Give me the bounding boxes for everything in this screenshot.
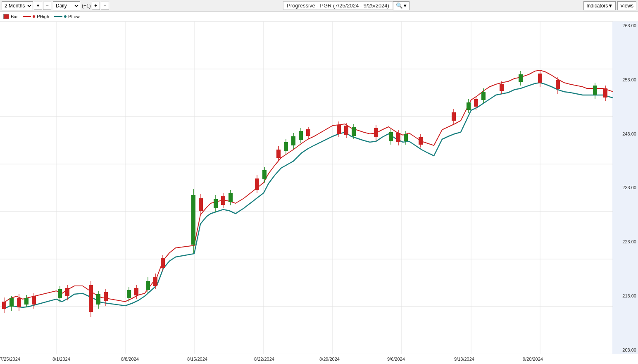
toolbar-center: Progressive - PGR (7/25/2024 - 9/25/2024… — [111, 1, 582, 10]
svg-rect-103 — [593, 86, 597, 95]
svg-rect-65 — [291, 136, 295, 145]
svg-rect-71 — [337, 125, 341, 134]
phigh-dot-icon — [33, 15, 35, 18]
indicators-btn[interactable]: Indicators▼ — [583, 1, 616, 10]
svg-rect-93 — [481, 92, 486, 100]
svg-rect-19 — [10, 298, 14, 307]
svg-rect-101 — [556, 80, 560, 89]
legend-plow: PLow — [54, 14, 80, 19]
bar-icon — [3, 14, 9, 19]
svg-rect-81 — [396, 133, 400, 142]
interval-group: Daily Weekly — [53, 1, 80, 10]
x-label-0913: 9/13/2024 — [454, 357, 474, 362]
svg-rect-63 — [284, 142, 288, 151]
views-btn[interactable]: Views — [617, 1, 636, 10]
svg-rect-105 — [603, 88, 607, 98]
svg-rect-33 — [96, 294, 100, 305]
svg-rect-47 — [191, 195, 195, 245]
svg-rect-55 — [229, 193, 233, 202]
svg-rect-37 — [127, 290, 131, 298]
svg-rect-41 — [146, 281, 150, 290]
candle-group — [2, 70, 607, 317]
plow-dot-icon — [64, 15, 67, 18]
interval-select[interactable]: Daily Weekly — [53, 1, 80, 10]
y-label-223: 223.00 — [613, 239, 638, 244]
plow-line-icon — [54, 16, 62, 17]
x-label-0801: 8/1/2024 — [52, 357, 70, 362]
svg-rect-73 — [344, 126, 348, 135]
x-label-0808: 8/8/2024 — [121, 357, 139, 362]
svg-rect-99 — [538, 74, 542, 83]
svg-rect-27 — [58, 289, 62, 298]
months-select[interactable]: 2 Months 1 Month 3 Months — [2, 1, 33, 10]
svg-rect-61 — [276, 150, 281, 158]
svg-rect-35 — [104, 292, 108, 301]
svg-rect-45 — [161, 258, 165, 268]
svg-rect-53 — [221, 196, 225, 205]
months-plus-btn[interactable]: + — [34, 2, 42, 10]
svg-rect-43 — [153, 277, 157, 286]
offset-minus-btn[interactable]: − — [101, 2, 109, 10]
offset-group: (+1) + − — [82, 2, 109, 10]
svg-rect-89 — [467, 102, 471, 110]
svg-rect-23 — [24, 298, 29, 305]
legend: Bar PHigh PLow — [0, 12, 638, 21]
svg-rect-91 — [474, 99, 478, 107]
offset-label: (+1) — [82, 3, 91, 9]
svg-rect-77 — [374, 128, 378, 137]
search-btn[interactable]: 🔍 ▾ — [393, 1, 409, 10]
search-icon: 🔍 — [396, 2, 403, 9]
y-label-243: 243.00 — [613, 131, 638, 136]
svg-rect-75 — [352, 127, 356, 136]
search-dropdown-icon: ▾ — [404, 2, 407, 9]
svg-rect-49 — [199, 198, 203, 211]
svg-rect-59 — [262, 170, 267, 179]
svg-rect-57 — [255, 178, 259, 190]
svg-rect-25 — [32, 296, 36, 305]
x-axis: 7/25/2024 8/1/2024 8/8/2024 8/15/2024 8/… — [0, 354, 613, 364]
x-label-0920: 9/20/2024 — [523, 357, 543, 362]
svg-rect-67 — [299, 131, 303, 140]
y-label-203: 203.00 — [613, 347, 638, 352]
svg-rect-51 — [214, 199, 218, 208]
phigh-label: PHigh — [37, 14, 49, 19]
svg-rect-69 — [306, 129, 310, 136]
y-label-263: 263.00 — [613, 23, 638, 28]
chart-title: Progressive - PGR (7/25/2024 - 9/25/2024… — [283, 1, 393, 10]
legend-bar: Bar — [3, 14, 18, 19]
phigh-line-icon — [23, 16, 31, 17]
svg-rect-95 — [500, 84, 504, 91]
svg-rect-21 — [17, 298, 21, 307]
svg-rect-97 — [519, 74, 523, 82]
svg-rect-39 — [134, 288, 138, 295]
x-label-0815: 8/15/2024 — [187, 357, 207, 362]
x-label-0822: 8/22/2024 — [254, 357, 274, 362]
bar-label: Bar — [11, 14, 18, 19]
y-label-233: 233.00 — [613, 185, 638, 190]
y-label-213: 213.00 — [613, 293, 638, 298]
chart-area: 263.00 253.00 243.00 233.00 223.00 213.0… — [0, 21, 638, 364]
chart-svg — [0, 21, 613, 354]
svg-rect-85 — [419, 137, 423, 145]
y-axis: 263.00 253.00 243.00 233.00 223.00 213.0… — [613, 21, 638, 354]
toolbar: 2 Months 1 Month 3 Months + − Daily Week… — [0, 0, 638, 12]
months-minus-btn[interactable]: − — [43, 2, 51, 10]
x-label-0829: 8/29/2024 — [319, 357, 340, 362]
legend-phigh: PHigh — [23, 14, 49, 19]
svg-rect-31 — [89, 285, 93, 312]
plow-label: PLow — [68, 14, 80, 19]
offset-plus-btn[interactable]: + — [92, 2, 100, 10]
svg-rect-29 — [65, 288, 69, 296]
months-group: 2 Months 1 Month 3 Months + − — [2, 1, 51, 10]
svg-rect-83 — [404, 134, 408, 141]
svg-rect-87 — [452, 112, 456, 121]
svg-rect-79 — [389, 132, 393, 141]
svg-rect-17 — [2, 302, 6, 309]
x-label-0725: 7/25/2024 — [0, 357, 20, 362]
y-label-253: 253.00 — [613, 77, 638, 82]
toolbar-right: Indicators▼ Views — [583, 1, 636, 10]
x-label-0906: 9/6/2024 — [387, 357, 405, 362]
